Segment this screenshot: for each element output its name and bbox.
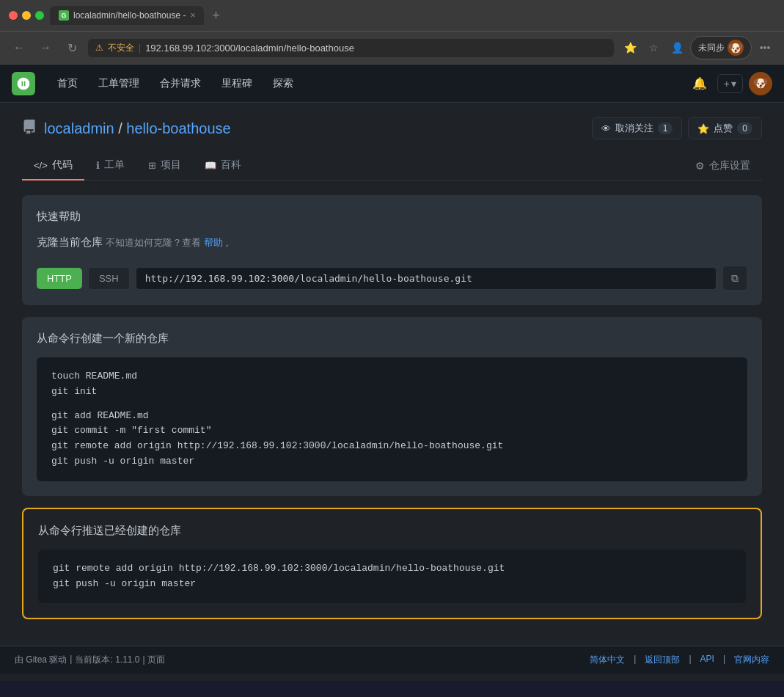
quick-help-card: 快速帮助 克隆当前仓库 不知道如何克隆？查看 帮助 。 HTTP SSH: [22, 195, 762, 305]
quick-help-title: 快速帮助: [37, 210, 747, 224]
star-label: 点赞: [714, 122, 733, 135]
nav-link-pulls[interactable]: 合并请求: [150, 65, 211, 102]
new-repo-section: 从命令行创建一个新的仓库 touch README.md git init gi…: [22, 317, 762, 496]
code-line-1: touch README.md: [51, 369, 733, 384]
account-button[interactable]: 👤: [667, 37, 687, 58]
traffic-light-red[interactable]: [9, 11, 18, 20]
copy-url-button[interactable]: ⧉: [722, 266, 747, 291]
code-tab-icon: </>: [34, 160, 48, 171]
address-bar[interactable]: ⚠ 不安全 | 192.168.99.102:3000/localadmin/h…: [88, 39, 614, 57]
code-tab-label: 代码: [52, 158, 73, 172]
code-line-5: git remote add origin http://192.168.99.…: [51, 439, 733, 454]
repo-separator: /: [118, 120, 122, 136]
tab-projects[interactable]: ⊞ 项目: [136, 151, 193, 180]
browser-titlebar: G localadmin/hello-boathouse - × +: [0, 0, 784, 31]
bookmark-button[interactable]: ☆: [643, 37, 664, 58]
push-existing-code-block: git remote add origin http://192.168.99.…: [38, 550, 746, 604]
footer-separator: |: [70, 654, 72, 666]
repository-icon: [22, 120, 37, 134]
issues-tab-icon: ℹ: [96, 160, 100, 171]
tab-close-button[interactable]: ×: [190, 10, 195, 21]
projects-tab-label: 项目: [161, 158, 181, 172]
nav-link-explore[interactable]: 探索: [263, 65, 304, 102]
clone-url-input[interactable]: [136, 267, 717, 290]
eye-icon: 👁: [601, 123, 611, 134]
footer-back-top-link[interactable]: 返回顶部: [645, 654, 680, 666]
extensions-button[interactable]: ⭐: [620, 37, 640, 58]
repo-name-link[interactable]: hello-boathouse: [126, 120, 230, 136]
repo-title: localadmin / hello-boathouse: [44, 120, 231, 137]
footer-divider-2: |: [689, 654, 691, 666]
footer-version: 当前版本: 1.11.0: [75, 654, 139, 666]
clone-help-link[interactable]: 帮助: [204, 237, 223, 248]
repo-icon: [22, 120, 37, 138]
copy-icon: ⧉: [731, 272, 739, 285]
push-existing-title: 从命令行推送已经创建的仓库: [38, 524, 746, 538]
repo-header: localadmin / hello-boathouse 👁 取消关注 1 ⭐ …: [22, 117, 762, 139]
refresh-button[interactable]: ↻: [62, 37, 82, 58]
bell-icon: 🔔: [692, 76, 707, 90]
notification-bell-button[interactable]: 🔔: [688, 72, 711, 95]
new-repo-title: 从命令行创建一个新的仓库: [37, 332, 747, 346]
security-icon: ⚠: [95, 43, 103, 53]
traffic-light-yellow[interactable]: [22, 11, 31, 20]
create-button[interactable]: + ▾: [717, 74, 743, 93]
repo-actions: 👁 取消关注 1 ⭐ 点赞 0: [592, 117, 762, 139]
ssh-protocol-button[interactable]: SSH: [88, 267, 130, 290]
new-tab-button[interactable]: +: [207, 7, 224, 24]
code-line-4: git commit -m "first commit": [51, 423, 733, 439]
push-existing-section: 从命令行推送已经创建的仓库 git remote add origin http…: [22, 508, 762, 620]
nav-link-home[interactable]: 首页: [47, 65, 88, 102]
footer-api-link[interactable]: API: [700, 654, 714, 666]
tab-issues[interactable]: ℹ 工单: [84, 151, 136, 180]
footer-website-link[interactable]: 官网内容: [734, 654, 769, 666]
sync-label: 未同步: [698, 42, 725, 54]
page-content: localadmin / hello-boathouse 👁 取消关注 1 ⭐ …: [0, 103, 784, 646]
repo-tabs: </> 代码 ℹ 工单 ⊞ 项目 📖 百科 ⚙ 仓库设置: [22, 151, 762, 180]
unwatch-label: 取消关注: [615, 122, 653, 135]
clone-url-row: HTTP SSH ⧉: [37, 266, 747, 291]
clone-subtitle: 不知道如何克隆？查看 帮助 。: [106, 236, 235, 249]
traffic-light-green[interactable]: [35, 11, 44, 20]
star-button[interactable]: ⭐ 点赞 0: [688, 117, 762, 139]
gitea-logo-icon: [16, 76, 31, 91]
browser-avatar: 🐶: [728, 40, 744, 56]
sync-button[interactable]: 未同步 🐶: [690, 36, 752, 59]
nav-logo[interactable]: [12, 72, 35, 95]
back-button[interactable]: ←: [9, 37, 29, 58]
star-icon: ⭐: [697, 123, 709, 134]
wiki-tab-icon: 📖: [205, 160, 216, 171]
push-code-line-1: git remote add origin http://192.168.99.…: [53, 561, 731, 577]
nav-link-milestones[interactable]: 里程碑: [211, 65, 263, 102]
tab-code[interactable]: </> 代码: [22, 151, 84, 180]
clone-section: 克隆当前仓库 不知道如何克隆？查看 帮助 。 HTTP SSH ⧉: [37, 236, 747, 291]
code-line-empty: [51, 400, 733, 409]
plus-label: +: [724, 78, 730, 90]
code-line-6: git push -u origin master: [51, 454, 733, 470]
tab-title: localadmin/hello-boathouse -: [73, 10, 186, 21]
unwatch-button[interactable]: 👁 取消关注 1: [592, 117, 683, 139]
forward-button[interactable]: →: [35, 37, 56, 58]
http-protocol-button[interactable]: HTTP: [37, 268, 82, 289]
user-avatar[interactable]: 🐶: [749, 72, 772, 95]
footer-lang-link[interactable]: 简体中文: [590, 654, 625, 666]
more-button[interactable]: •••: [755, 37, 775, 58]
projects-tab-icon: ⊞: [148, 160, 156, 171]
tab-settings[interactable]: ⚙ 仓库设置: [684, 152, 762, 180]
clone-subtitle-prefix: 不知道如何克隆？查看: [106, 237, 201, 248]
browser-tab[interactable]: G localadmin/hello-boathouse - ×: [50, 6, 204, 25]
repo-owner-link[interactable]: localadmin: [44, 120, 114, 136]
clone-subtitle-suffix: 。: [225, 237, 235, 248]
gitea-app: 首页 工单管理 合并请求 里程碑 探索 🔔 + ▾ 🐶: [0, 65, 784, 681]
footer-left: 由 Gitea 驱动 | 当前版本: 1.11.0 | 页面: [15, 654, 165, 666]
settings-tab-label: 仓库设置: [709, 159, 750, 172]
footer-right: 简体中文 | 返回顶部 | API | 官网内容: [590, 654, 769, 666]
browser-actions: ⭐ ☆ 👤 未同步 🐶 •••: [620, 36, 775, 59]
settings-icon: ⚙: [695, 160, 705, 172]
nav-links: 首页 工单管理 合并请求 里程碑 探索: [47, 65, 688, 102]
push-code-line-2: git push -u origin master: [53, 577, 731, 592]
page-footer: 由 Gitea 驱动 | 当前版本: 1.11.0 | 页面 简体中文 | 返回…: [0, 646, 784, 674]
footer-divider-1: |: [634, 654, 636, 666]
tab-wiki[interactable]: 📖 百科: [193, 151, 253, 180]
nav-link-issues[interactable]: 工单管理: [88, 65, 150, 102]
